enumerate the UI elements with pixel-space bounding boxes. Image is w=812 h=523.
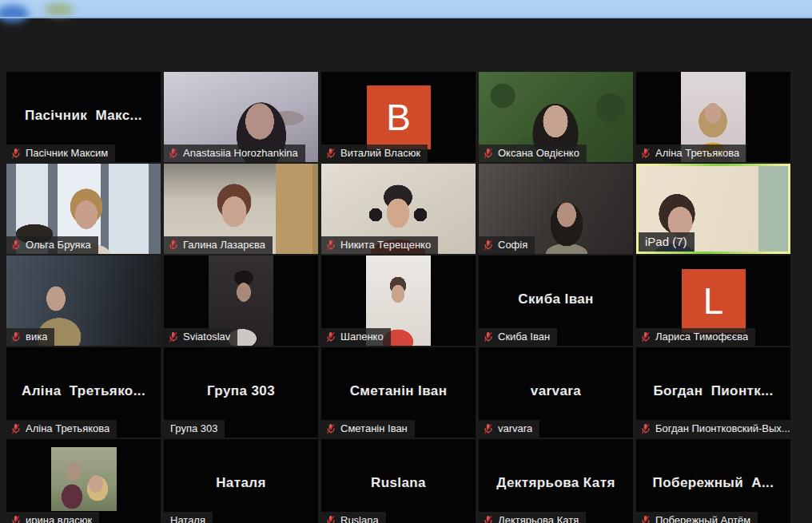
participant-label: iPad (7) xyxy=(639,232,695,252)
participant-label-text: Богдан Пионтковский-Вых... xyxy=(655,422,790,434)
participant-label-text: iPad (7) xyxy=(645,235,687,248)
participant-tile-2[interactable]: Anastasiia Horozhankina xyxy=(164,72,318,162)
muted-mic-icon xyxy=(483,515,494,523)
muted-mic-icon xyxy=(168,331,179,343)
participant-tile-13[interactable]: Шапенко xyxy=(321,256,476,346)
participant-name-overlay: varvara xyxy=(479,383,633,399)
desktop-icon-blob xyxy=(0,5,29,22)
muted-mic-icon xyxy=(640,515,651,523)
participant-label-text: Побережный Артём xyxy=(655,514,750,523)
participant-tile-10[interactable]: iPad (7) xyxy=(636,164,790,254)
participant-label: Наталя xyxy=(164,512,213,523)
participant-tile-25[interactable]: Побережный А... Побережный Артём xyxy=(636,439,790,523)
participant-label: Аліна Третьякова xyxy=(6,420,117,438)
participant-label: Скиба Іван xyxy=(479,328,557,346)
participant-tile-12[interactable]: Sviatoslav xyxy=(164,256,318,346)
participant-label-text: Ольга Бруяка xyxy=(26,239,91,251)
letter-avatar: L xyxy=(682,269,746,333)
participant-tile-19[interactable]: varvara varvara xyxy=(479,347,633,438)
muted-mic-icon xyxy=(325,331,336,343)
participant-label-text: Дектярьова Катя xyxy=(498,514,579,523)
desktop-strip-edge xyxy=(0,17,812,18)
meeting-window: Пасічник Макс... Пасічник Максим Anastas… xyxy=(0,0,812,523)
participant-tile-18[interactable]: Сметанін Іван Сметанін Іван xyxy=(321,347,476,438)
participant-tile-24[interactable]: Дектярьова Катя Дектярьова Катя xyxy=(479,439,633,523)
participant-name-overlay: Пасічник Макс... xyxy=(6,108,161,124)
participant-tile-16[interactable]: Аліна Третьяко... Аліна Третьякова xyxy=(6,347,161,438)
participant-tile-5[interactable]: Аліна Третьякова xyxy=(636,72,790,162)
participant-label: вика xyxy=(6,328,54,346)
participant-name-overlay: Група 303 xyxy=(164,383,318,399)
participant-label: Лариса Тимофєєва xyxy=(636,328,755,346)
participant-label: Ольга Бруяка xyxy=(6,236,98,254)
muted-mic-icon xyxy=(10,240,22,251)
muted-mic-icon xyxy=(325,515,336,523)
muted-mic-icon xyxy=(640,331,651,343)
muted-mic-icon xyxy=(325,240,336,251)
participant-tile-14[interactable]: Скиба Іван Скиба Іван xyxy=(479,256,633,346)
participant-label: Виталий Власюк xyxy=(321,145,428,162)
participant-video xyxy=(51,447,117,511)
desktop-strip xyxy=(0,0,812,17)
participant-label: Дектярьова Катя xyxy=(479,512,586,523)
muted-mic-icon xyxy=(10,148,22,159)
participant-label-text: Лариса Тимофєєва xyxy=(655,331,748,343)
participant-tile-11[interactable]: вика xyxy=(6,256,161,346)
participant-label-text: varvara xyxy=(498,422,532,434)
participant-label: Шапенко xyxy=(321,328,391,346)
participant-label-text: Пасічник Максим xyxy=(26,147,108,159)
participant-tile-4[interactable]: Оксана Овдієнко xyxy=(479,72,633,162)
participant-tile-3[interactable]: B Виталий Власюк xyxy=(321,72,476,162)
participant-label: varvara xyxy=(479,420,539,438)
participant-label-text: Галина Лазарєва xyxy=(183,239,265,251)
participant-label-text: Софія xyxy=(498,239,527,251)
participant-label-text: Шапенко xyxy=(340,331,384,343)
participant-label: Група 303 xyxy=(164,420,225,438)
participant-label-text: Оксана Овдієнко xyxy=(498,147,579,159)
participant-label-text: Група 303 xyxy=(170,422,217,434)
participant-name-overlay: Побережный А... xyxy=(636,475,790,491)
desktop-icon-blob xyxy=(45,3,74,16)
muted-mic-icon xyxy=(10,423,22,434)
participant-tile-21[interactable]: ирина власюк xyxy=(6,439,161,523)
muted-mic-icon xyxy=(10,331,22,343)
participant-label: Ruslana xyxy=(321,512,386,523)
muted-mic-icon xyxy=(640,423,651,434)
participant-label-text: Anastasiia Horozhankina xyxy=(183,147,298,159)
participant-name-overlay: Аліна Третьяко... xyxy=(6,383,161,399)
participant-tile-1[interactable]: Пасічник Макс... Пасічник Максим xyxy=(6,72,161,162)
participant-tile-17[interactable]: Група 303 Група 303 xyxy=(164,347,318,438)
muted-mic-icon xyxy=(325,148,336,159)
participant-name-overlay: Богдан Пионтк... xyxy=(636,383,790,399)
letter-avatar: B xyxy=(367,85,431,149)
participant-label: Богдан Пионтковский-Вых... xyxy=(636,420,790,438)
participant-label-text: Скиба Іван xyxy=(498,331,550,343)
participant-tile-20[interactable]: Богдан Пионтк... Богдан Пионтковский-Вых… xyxy=(636,347,790,438)
muted-mic-icon xyxy=(640,148,651,159)
participant-tile-6[interactable]: Ольга Бруяка xyxy=(6,164,161,254)
muted-mic-icon xyxy=(483,423,494,434)
participant-name-overlay: Скиба Іван xyxy=(479,291,633,307)
participant-label: Побережный Артём xyxy=(636,512,758,523)
participant-label-text: ирина власюк xyxy=(26,514,92,523)
participant-label: Никита Терещенко xyxy=(321,236,438,254)
participant-tile-22[interactable]: Наталя Наталя xyxy=(164,439,318,523)
muted-mic-icon xyxy=(483,148,494,159)
participant-name-overlay: Ruslana xyxy=(321,475,476,491)
participant-label-text: Сметанін Іван xyxy=(340,422,408,434)
participant-label: Аліна Третьякова xyxy=(636,145,746,162)
participant-label-text: Аліна Третьякова xyxy=(26,422,109,434)
participant-name-overlay: Наталя xyxy=(164,475,318,491)
participant-tile-9[interactable]: Софія xyxy=(479,164,633,254)
participant-tile-7[interactable]: Галина Лазарєва xyxy=(164,164,318,254)
participant-label-text: Виталий Власюк xyxy=(340,147,420,159)
participant-tile-15[interactable]: L Лариса Тимофєєва xyxy=(636,256,790,346)
participant-name-overlay: Дектярьова Катя xyxy=(479,475,633,491)
muted-mic-icon xyxy=(483,331,494,343)
participant-label-text: вика xyxy=(26,331,47,343)
participant-name-overlay: Сметанін Іван xyxy=(321,383,476,399)
participant-label: ирина власюк xyxy=(6,512,99,523)
participant-tile-8[interactable]: Никита Терещенко xyxy=(321,164,476,254)
muted-mic-icon xyxy=(10,515,22,523)
participant-tile-23[interactable]: Ruslana Ruslana xyxy=(321,439,476,523)
